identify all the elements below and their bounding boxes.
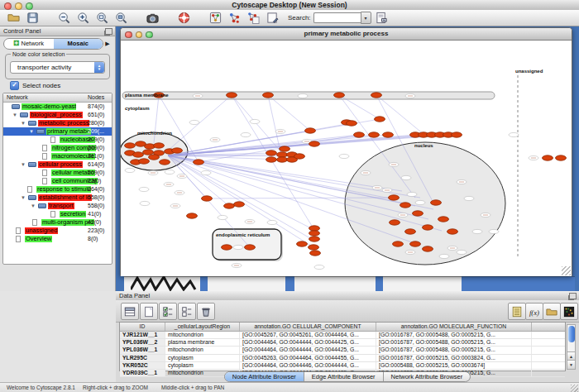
matrix-icon[interactable] xyxy=(560,303,578,320)
network-node[interactable] xyxy=(222,245,232,250)
tree-row-unassigned[interactable]: unassigned223(0) xyxy=(3,227,112,235)
tree-row-nitrogen-compo[interactable]: nitrogen compo209(0) xyxy=(3,144,112,152)
network-node[interactable] xyxy=(438,217,449,222)
network-node[interactable] xyxy=(194,160,204,165)
window-resize-grip[interactable] xyxy=(562,266,571,275)
background-window-titlebar[interactable] xyxy=(462,276,575,291)
tree-row-establishment-of-lo[interactable]: ▼establishment of lo558(0) xyxy=(3,194,112,202)
network-node[interactable] xyxy=(266,157,277,162)
expand-arrow-icon[interactable]: ▼ xyxy=(29,128,34,135)
background-window[interactable] xyxy=(383,276,462,291)
table-scrollbar[interactable]: ▲ ▼ xyxy=(567,324,576,370)
network-window-titlebar[interactable]: primary metabolic process xyxy=(121,28,572,41)
network-node[interactable] xyxy=(556,155,567,160)
tree-row-cell-communicat[interactable]: cell communicat22(0) xyxy=(3,177,112,185)
tab-network-attribute-browser[interactable]: Network Attribute Browser xyxy=(384,372,471,381)
network-node[interactable] xyxy=(543,155,553,160)
table-row-YPL036W__1[interactable]: YPL036W__1mitochondrion[GO:0044464, GO:0… xyxy=(120,347,565,354)
network-node[interactable] xyxy=(139,159,150,164)
network-node[interactable] xyxy=(347,121,357,126)
network-node[interactable] xyxy=(452,132,462,137)
expand-arrow-icon[interactable]: ▼ xyxy=(21,120,26,127)
function-builder-icon[interactable]: f(x) xyxy=(525,303,543,320)
network-node[interactable] xyxy=(294,154,305,159)
network-node[interactable] xyxy=(227,93,237,98)
network-node[interactable] xyxy=(309,231,320,236)
network-node[interactable] xyxy=(133,152,144,157)
network-node[interactable] xyxy=(263,93,274,98)
network-node[interactable] xyxy=(423,225,433,230)
tree-row-cellular-metabo[interactable]: cellular metabo209(0) xyxy=(3,169,112,177)
network-node[interactable] xyxy=(305,128,316,133)
network-node[interactable] xyxy=(371,93,382,98)
network-node[interactable] xyxy=(277,152,288,157)
tree-row-macromolecule[interactable]: macromolecule311(0) xyxy=(3,152,112,160)
network-node[interactable] xyxy=(160,160,170,165)
tree-row-mosaic-demo-yeast[interactable]: mosaic-demo-yeast874(0) xyxy=(3,103,112,111)
network-node[interactable] xyxy=(125,143,136,148)
tree-row-multi-organism-pro[interactable]: multi-organism pro42(0) xyxy=(3,218,112,227)
zoom-selected-icon[interactable] xyxy=(112,11,129,25)
background-window[interactable] xyxy=(208,276,285,291)
tree-row-cellular-process[interactable]: ▼cellular process614(0) xyxy=(3,160,112,169)
zoom-out-icon[interactable] xyxy=(55,11,72,25)
table-row-YKR052C[interactable]: YKR052Ccytoplasm[GO:0044464, GO:0044446,… xyxy=(120,362,565,370)
network-node[interactable] xyxy=(447,229,458,234)
tab-node-attribute-browser[interactable]: Node Attribute Browser xyxy=(225,372,304,381)
search-input[interactable] xyxy=(313,12,361,23)
network-node[interactable] xyxy=(354,132,365,137)
expand-arrow-icon[interactable]: ▼ xyxy=(21,161,26,168)
expand-arrow-icon[interactable]: ▼ xyxy=(31,203,36,209)
network-node[interactable] xyxy=(383,132,394,137)
help-icon[interactable] xyxy=(175,11,192,25)
zoom-in-icon[interactable] xyxy=(74,11,91,25)
scroll-down-icon[interactable]: ▼ xyxy=(567,360,575,369)
network-node[interactable] xyxy=(369,132,380,137)
network-node[interactable] xyxy=(334,93,345,98)
tab-mosaic[interactable]: Mosaic xyxy=(54,39,103,49)
network-node[interactable] xyxy=(390,220,400,225)
export-icon[interactable] xyxy=(374,11,390,25)
network-node[interactable] xyxy=(393,241,404,246)
expand-arrow-icon[interactable]: ▼ xyxy=(12,112,17,118)
network-node[interactable] xyxy=(224,203,235,208)
network-node[interactable] xyxy=(245,245,256,250)
app-resize-grip[interactable] xyxy=(571,385,578,392)
tree-row-overview[interactable]: Overview8(0) xyxy=(3,235,112,243)
search-dropdown-icon[interactable]: ▾ xyxy=(361,12,371,24)
network-node[interactable] xyxy=(297,241,308,246)
network-node[interactable] xyxy=(143,150,154,155)
tree-row-nucleobase-[interactable]: nucleobase-209(0) xyxy=(3,136,112,144)
network-node[interactable] xyxy=(410,241,421,246)
network-node[interactable] xyxy=(154,143,165,148)
tree-row-transport[interactable]: ▼transport558(0) xyxy=(3,202,112,210)
snapshot-icon[interactable] xyxy=(144,11,160,25)
network-node[interactable] xyxy=(172,148,183,153)
network-node[interactable] xyxy=(310,251,321,256)
network-node[interactable] xyxy=(266,151,277,155)
background-window-titlebar[interactable] xyxy=(200,276,208,291)
table-icon[interactable] xyxy=(121,303,139,320)
new-attribute-icon[interactable] xyxy=(140,303,158,320)
layout-icon[interactable] xyxy=(245,11,261,25)
tree-row-metabolic-process[interactable]: ▼metabolic process280(0) xyxy=(3,119,112,127)
tab-network[interactable]: ⚃ Network xyxy=(4,39,54,49)
scrollbar-thumb[interactable] xyxy=(568,326,575,342)
table-row-YJR121W__1[interactable]: YJR121W__1mitochondrion[GO:0045267, GO:0… xyxy=(120,332,565,339)
tab-edge-attribute-browser[interactable]: Edge Attribute Browser xyxy=(304,372,384,381)
network-node[interactable] xyxy=(423,246,433,251)
float-panel-icon[interactable] xyxy=(105,28,112,35)
network-node[interactable] xyxy=(277,157,288,162)
import-attributes-icon[interactable] xyxy=(543,303,561,320)
network-node[interactable] xyxy=(309,237,320,241)
column-header[interactable]: annotation.GO CELLULAR_COMPONENT xyxy=(240,323,376,331)
float-panel-icon[interactable] xyxy=(569,293,577,299)
column-header[interactable]: annotation.GO MOLECULAR_FUNCTION xyxy=(376,323,532,331)
network-node[interactable] xyxy=(202,196,213,201)
network-node[interactable] xyxy=(187,213,198,218)
delete-attribute-icon[interactable] xyxy=(197,303,215,320)
tree-row-response-to-stimulu[interactable]: response to stimulu264(0) xyxy=(3,185,112,194)
column-header[interactable]: _cellularLayoutRegion xyxy=(165,323,240,331)
annotation-icon[interactable] xyxy=(264,11,280,25)
network-node[interactable] xyxy=(280,146,290,151)
